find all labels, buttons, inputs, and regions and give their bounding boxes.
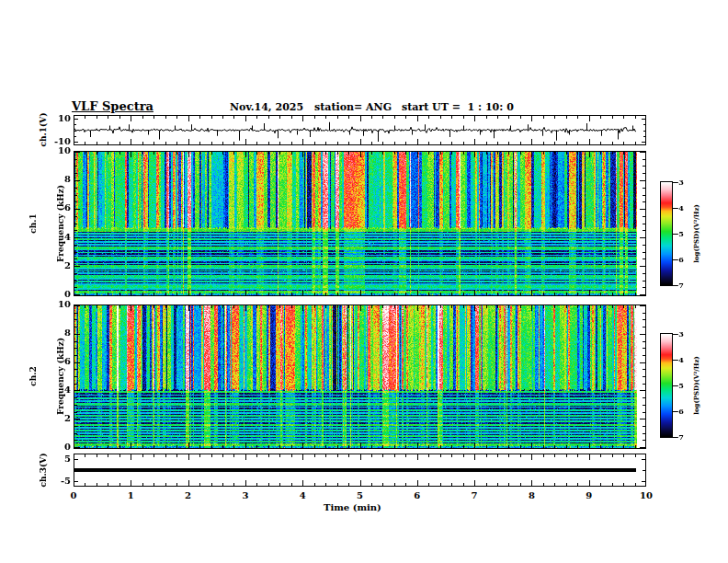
x-tick-label: 4: [291, 490, 313, 500]
ch2-spectrogram-panel: [74, 304, 646, 449]
x-tick-label: 2: [177, 490, 199, 500]
y-tick-label-ch1spec: 6: [45, 202, 71, 213]
ch1-spectrogram-panel: [74, 151, 646, 296]
colorbar1-tick-label: -7: [676, 281, 694, 290]
x-axis-label: Time (min): [324, 502, 381, 512]
colorbar1-tick-label: -6: [676, 255, 694, 264]
colorbar1-tick-label: -4: [676, 203, 694, 213]
figure-title: VLF Spectra: [72, 99, 154, 113]
ch1-spectrogram-ylabel: ch.1 Frequency (kHz): [10, 185, 84, 262]
y-tick-label-ch2spec: 2: [45, 413, 71, 423]
y-tick-label-ch2spec: 0: [45, 442, 71, 452]
colorbar2-tick-label: -6: [676, 407, 694, 416]
ch2-spectrogram-ylabel: ch.2 Frequency (kHz): [10, 338, 84, 415]
header-start-ut: start UT = 1 : 10: 0: [402, 101, 514, 113]
header-date: Nov.14, 2025: [230, 101, 303, 113]
ch1-waveform-panel: [74, 115, 646, 145]
y-tick-label-ch1spec: 4: [45, 232, 71, 242]
y-tick-label-ch3v: 5: [45, 454, 71, 464]
x-tick-label: 3: [234, 490, 256, 500]
x-tick-label: 5: [349, 490, 371, 500]
y-tick-label-ch2spec: 4: [45, 385, 71, 395]
y-tick-label-ch1v: 10: [45, 113, 71, 123]
y-tick-label-ch1spec: 0: [45, 289, 71, 299]
vlf-spectra-figure: VLF Spectra Nov.14, 2025 station= ANG st…: [0, 0, 728, 563]
colorbar1-tick-label: -3: [676, 178, 694, 187]
y-tick-label-ch1spec: 2: [45, 260, 71, 270]
colorbar2-tick-label: -5: [676, 381, 694, 390]
colorbar2-tick-label: -7: [676, 432, 694, 442]
y-tick-label-ch3v: -5: [45, 476, 71, 486]
x-tick-label: 1: [119, 490, 142, 500]
y-tick-label-ch2spec: 10: [45, 299, 71, 309]
colorbar1-tick-label: -5: [676, 229, 694, 238]
x-tick-label: 6: [406, 490, 428, 500]
y-tick-label-ch1spec: 8: [45, 174, 71, 184]
x-tick-label: 9: [578, 490, 600, 500]
x-tick-label: 10: [635, 490, 657, 500]
y-tick-label-ch2spec: 6: [45, 356, 71, 366]
y-tick-label-ch1spec: 10: [45, 145, 71, 155]
x-tick-label: 8: [520, 490, 542, 500]
ch3-waveform-panel: [74, 454, 646, 487]
x-tick-label: 0: [63, 490, 85, 500]
header-station: station= ANG: [314, 101, 392, 113]
colorbar2-tick-label: -4: [676, 355, 694, 364]
x-tick-label: 7: [463, 490, 485, 500]
y-tick-label-ch2spec: 8: [45, 327, 71, 338]
colorbar2-tick-label: -3: [676, 329, 694, 339]
